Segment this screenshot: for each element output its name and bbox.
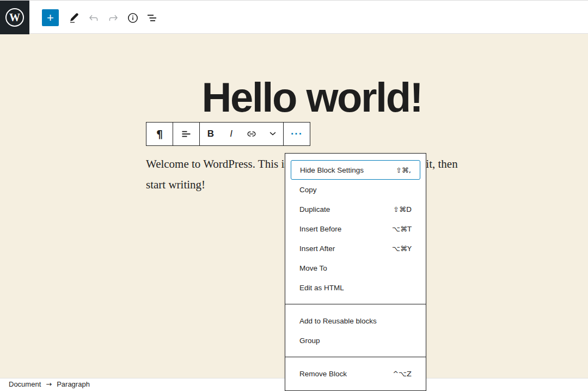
breadcrumb-document[interactable]: Document xyxy=(9,380,41,388)
more-options-icon: ··· xyxy=(291,128,303,140)
editor-canvas: W + H xyxy=(0,0,588,391)
undo-button[interactable] xyxy=(85,9,102,27)
menu-section-primary: Hide Block Settings ⇧⌘, Copy Duplicate ⇧… xyxy=(285,154,426,304)
menu-item-add-to-reusable-blocks[interactable]: Add to Reusable blocks xyxy=(291,311,420,331)
menu-item-shortcut: ⇧⌘D xyxy=(393,205,412,213)
paragraph-icon: ¶ xyxy=(156,128,163,140)
menu-item-duplicate[interactable]: Duplicate ⇧⌘D xyxy=(291,199,420,219)
menu-item-label: Copy xyxy=(299,186,317,194)
italic-button[interactable]: I xyxy=(222,123,241,145)
details-button[interactable] xyxy=(124,9,142,27)
menu-item-label: Duplicate xyxy=(299,205,330,213)
italic-icon: I xyxy=(230,129,232,139)
block-toolbar: ¶ B I xyxy=(146,122,310,146)
menu-item-hide-block-settings[interactable]: Hide Block Settings ⇧⌘, xyxy=(291,160,420,180)
post-title[interactable]: Hello world! xyxy=(128,74,496,120)
menu-item-label: Add to Reusable blocks xyxy=(299,317,377,325)
pencil-icon xyxy=(68,11,81,25)
menu-item-label: Group xyxy=(299,337,320,345)
wordpress-logo-icon: W xyxy=(5,8,24,27)
list-view-icon xyxy=(146,11,159,25)
breadcrumb-paragraph[interactable]: Paragraph xyxy=(57,380,90,388)
menu-item-remove-block[interactable]: Remove Block ^⌥Z xyxy=(291,364,420,383)
menu-item-label: Insert After xyxy=(299,245,335,253)
edit-mode-button[interactable] xyxy=(65,9,83,27)
undo-icon xyxy=(87,11,100,25)
redo-button[interactable] xyxy=(105,9,122,27)
link-button[interactable] xyxy=(241,123,262,145)
block-options-button[interactable]: ··· xyxy=(284,123,310,145)
menu-item-group[interactable]: Group xyxy=(291,331,420,350)
menu-item-shortcut: ⌥⌘Y xyxy=(392,245,412,253)
menu-item-label: Move To xyxy=(299,264,327,272)
arrow-right-icon: → xyxy=(46,380,52,388)
change-block-type-button[interactable]: ¶ xyxy=(146,123,173,145)
menu-item-insert-before[interactable]: Insert Before ⌥⌘T xyxy=(291,219,420,239)
list-view-button[interactable] xyxy=(144,9,161,27)
menu-section-remove: Remove Block ^⌥Z xyxy=(285,357,426,390)
wordpress-logo-button[interactable]: W xyxy=(0,1,29,34)
chevron-down-icon xyxy=(266,127,279,140)
menu-item-shortcut: ⌥⌘T xyxy=(392,225,412,233)
menu-item-move-to[interactable]: Move To xyxy=(291,258,420,278)
plus-icon: + xyxy=(47,12,54,24)
menu-item-copy[interactable]: Copy xyxy=(291,180,420,199)
block-options-menu: Hide Block Settings ⇧⌘, Copy Duplicate ⇧… xyxy=(285,153,426,391)
menu-item-insert-after[interactable]: Insert After ⌥⌘Y xyxy=(291,239,420,258)
menu-item-label: Hide Block Settings xyxy=(300,166,364,174)
menu-item-shortcut: ⇧⌘, xyxy=(396,166,411,174)
menu-section-reusable: Add to Reusable blocks Group xyxy=(285,304,426,357)
editor-topbar: W + xyxy=(0,0,588,34)
menu-item-label: Insert Before xyxy=(299,225,341,233)
link-icon xyxy=(245,127,258,140)
more-rich-text-button[interactable] xyxy=(262,123,283,145)
bold-button[interactable]: B xyxy=(200,123,222,145)
block-inserter-button[interactable]: + xyxy=(42,9,59,26)
align-text-button[interactable] xyxy=(173,123,199,145)
menu-item-shortcut: ^⌥Z xyxy=(393,370,412,378)
info-icon xyxy=(126,11,139,25)
menu-item-label: Remove Block xyxy=(299,370,347,378)
align-left-icon xyxy=(180,127,193,140)
bold-icon: B xyxy=(207,129,214,139)
menu-item-label: Edit as HTML xyxy=(299,284,344,292)
menu-item-edit-as-html[interactable]: Edit as HTML xyxy=(291,278,420,297)
redo-icon xyxy=(107,11,120,25)
